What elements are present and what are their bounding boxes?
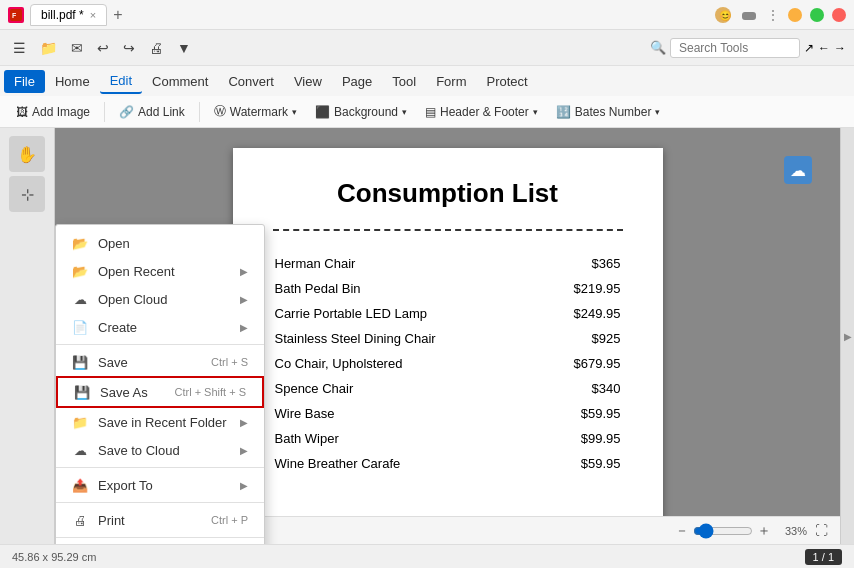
search-input[interactable] — [670, 38, 800, 58]
bates-number-btn[interactable]: 🔢 Bates Number ▾ — [548, 102, 669, 122]
background-btn[interactable]: ⬛ Background ▾ — [307, 102, 415, 122]
menu-item-properties[interactable]: ℹ Properties Ctrl + D — [56, 541, 264, 544]
background-icon: ⬛ — [315, 105, 330, 119]
minimize-btn[interactable] — [788, 8, 802, 22]
open-btn[interactable]: 📁 — [35, 37, 62, 59]
watermark-btn[interactable]: Ⓦ Watermark ▾ — [206, 100, 305, 123]
menu-tool[interactable]: Tool — [382, 70, 426, 93]
forward-btn[interactable]: → — [834, 41, 846, 55]
zoom-out-btn[interactable]: － — [675, 522, 689, 540]
pdf-area: Consumption List Herman Chair$365Bath Pe… — [55, 128, 840, 544]
menu-file[interactable]: File — [4, 70, 45, 93]
item-name: Wire Base — [273, 401, 540, 426]
current-tab[interactable]: bill.pdf * × — [30, 4, 107, 26]
main-area: ✋ ⊹ Consumption List Herman Chair$365Bat… — [0, 128, 854, 544]
menu-item-save-cloud[interactable]: ☁ Save to Cloud ▶ — [56, 436, 264, 464]
bates-icon: 🔢 — [556, 105, 571, 119]
save-icon: 💾 — [72, 354, 88, 370]
menu-home[interactable]: Home — [45, 70, 100, 93]
add-link-btn[interactable]: 🔗 Add Link — [111, 102, 193, 122]
tab-title: bill.pdf * — [41, 8, 84, 22]
menu-btn[interactable]: ☰ — [8, 37, 31, 59]
menu-label-export: Export To — [98, 478, 153, 493]
undo-btn[interactable]: ↩ — [92, 37, 114, 59]
item-name: Herman Chair — [273, 251, 540, 276]
print-btn[interactable]: 🖨 — [144, 37, 168, 59]
print-icon: 🖨 — [72, 512, 88, 528]
cloud-icon — [740, 6, 758, 24]
dropdown-arrow-btn[interactable]: ▼ — [172, 37, 196, 59]
menu-item-save-as[interactable]: 💾 Save As Ctrl + Shift + S — [56, 376, 264, 408]
menu-item-open-recent[interactable]: 📂 Open Recent ▶ — [56, 257, 264, 285]
back-btn[interactable]: ← — [818, 41, 830, 55]
menu-label-print: Print — [98, 513, 125, 528]
search-icon: 🔍 — [650, 40, 666, 55]
pdf-table-row: Wine Breather Carafe$59.95 — [273, 451, 623, 476]
item-price: $679.95 — [540, 351, 623, 376]
item-name: Spence Chair — [273, 376, 540, 401]
status-right: 1 / 1 — [805, 549, 842, 565]
sidebar-hand-tool[interactable]: ✋ — [9, 136, 45, 172]
menu-item-create[interactable]: 📄 Create ▶ — [56, 313, 264, 341]
item-price: $59.95 — [540, 401, 623, 426]
separator-2 — [199, 102, 200, 122]
maximize-btn[interactable] — [810, 8, 824, 22]
new-tab-btn[interactable]: + — [113, 6, 122, 24]
open-cloud-arrow: ▶ — [240, 294, 248, 305]
menu-page[interactable]: Page — [332, 70, 382, 93]
menu-label-save: Save — [98, 355, 128, 370]
image-icon: 🖼 — [16, 105, 28, 119]
app-icon: F — [8, 7, 24, 23]
zoom-in-btn[interactable]: ＋ — [757, 522, 771, 540]
item-name: Carrie Portable LED Lamp — [273, 301, 540, 326]
zoom-slider[interactable] — [693, 523, 753, 539]
close-btn[interactable] — [832, 8, 846, 22]
open-recent-arrow: ▶ — [240, 266, 248, 277]
sidebar-select-tool[interactable]: ⊹ — [9, 176, 45, 212]
menu-edit[interactable]: Edit — [100, 69, 142, 94]
menu-item-open[interactable]: 📂 Open — [56, 229, 264, 257]
file-dropdown-menu: 📂 Open 📂 Open Recent ▶ ☁ Open Cloud ▶ — [55, 224, 265, 544]
menu-protect[interactable]: Protect — [476, 70, 537, 93]
add-image-btn[interactable]: 🖼 Add Image — [8, 102, 98, 122]
menu-item-save-recent[interactable]: 📁 Save in Recent Folder ▶ — [56, 408, 264, 436]
menu-item-open-cloud[interactable]: ☁ Open Cloud ▶ — [56, 285, 264, 313]
header-footer-btn[interactable]: ▤ Header & Footer ▾ — [417, 102, 546, 122]
external-link-btn[interactable]: ↗ — [804, 41, 814, 55]
pdf-table-row: Stainless Steel Dining Chair$925 — [273, 326, 623, 351]
menu-convert[interactable]: Convert — [218, 70, 284, 93]
menu-label-create: Create — [98, 320, 137, 335]
menu-form[interactable]: Form — [426, 70, 476, 93]
item-price: $925 — [540, 326, 623, 351]
save-recent-icon: 📁 — [72, 414, 88, 430]
header-chevron: ▾ — [533, 107, 538, 117]
pdf-table-row: Co Chair, Upholstered$679.95 — [273, 351, 623, 376]
menu-label-save-recent: Save in Recent Folder — [98, 415, 227, 430]
menu-item-print[interactable]: 🖨 Print Ctrl + P — [56, 506, 264, 534]
bates-chevron: ▾ — [655, 107, 660, 117]
divider-2 — [56, 467, 264, 468]
user-icon: 😊 — [714, 6, 732, 24]
background-chevron: ▾ — [402, 107, 407, 117]
print-shortcut: Ctrl + P — [211, 514, 248, 526]
pdf-table-row: Carrie Portable LED Lamp$249.95 — [273, 301, 623, 326]
menu-item-export[interactable]: 📤 Export To ▶ — [56, 471, 264, 499]
email-btn[interactable]: ✉ — [66, 37, 88, 59]
menu-label-open-cloud: Open Cloud — [98, 292, 167, 307]
dimensions-display: 45.86 x 95.29 cm — [12, 551, 96, 563]
menu-view[interactable]: View — [284, 70, 332, 93]
create-icon: 📄 — [72, 319, 88, 335]
svg-rect-4 — [742, 12, 756, 20]
menu-item-save[interactable]: 💾 Save Ctrl + S — [56, 348, 264, 376]
tab-close-btn[interactable]: × — [90, 9, 96, 21]
right-panel-handle[interactable]: ▶ — [840, 128, 854, 544]
redo-btn[interactable]: ↪ — [118, 37, 140, 59]
menu-comment[interactable]: Comment — [142, 70, 218, 93]
watermark-chevron: ▾ — [292, 107, 297, 117]
divider-3 — [56, 502, 264, 503]
menu-dots[interactable]: ⋮ — [766, 7, 780, 23]
svg-text:F: F — [12, 12, 17, 19]
fullscreen-btn[interactable]: ⛶ — [811, 521, 832, 540]
export-arrow: ▶ — [240, 480, 248, 491]
export-icon: 📤 — [72, 477, 88, 493]
